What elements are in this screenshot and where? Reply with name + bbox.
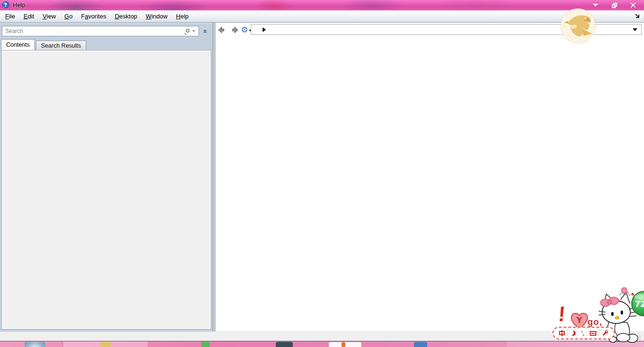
taskbar-icon-green[interactable] [201, 342, 210, 347]
start-orb[interactable] [25, 342, 45, 347]
double-chevron-up-icon: « [202, 29, 209, 33]
gear-icon: ⚙ [241, 26, 248, 34]
boost-ball-value: 72 [635, 299, 644, 309]
search-icon[interactable] [184, 28, 190, 34]
help-window: ? Help File Edit View Go Favorites Deskt… [0, 0, 644, 347]
menu-favorites[interactable]: Favorites [77, 11, 110, 22]
svg-text:?: ? [4, 2, 7, 8]
menubar: File Edit View Go Favorites Desktop Wind… [0, 10, 644, 23]
punctuation-icon[interactable]: ’, [578, 328, 585, 339]
search-input[interactable] [2, 26, 184, 36]
menu-view[interactable]: View [38, 11, 60, 22]
contents-tree[interactable] [1, 50, 211, 330]
window-title: Help [13, 1, 25, 8]
vip-badge[interactable]: VIP [558, 6, 598, 45]
chinese-mode-icon[interactable] [558, 328, 566, 339]
search-field[interactable] [2, 26, 199, 36]
menu-window[interactable]: Window [141, 11, 172, 22]
taskbar-active-window-flame [341, 342, 346, 347]
taskbar[interactable] [0, 341, 644, 347]
ime-skin-text: go, [587, 317, 603, 327]
menu-file[interactable]: File [1, 11, 19, 22]
ime-toolbar[interactable]: ’, [553, 327, 615, 339]
vip-label: VIP [567, 24, 577, 30]
tab-search-results[interactable]: Search Results [36, 41, 86, 50]
svg-text:Y: Y [576, 315, 583, 325]
taskbar-icon-folder[interactable] [100, 342, 111, 347]
keyboard-icon[interactable] [586, 328, 597, 339]
taskbar-icon-globe[interactable] [414, 342, 427, 347]
tab-contents[interactable]: Contents [1, 39, 35, 50]
help-content-view[interactable] [215, 37, 644, 331]
back-arrow-icon[interactable] [217, 25, 227, 34]
help-app-icon: ? [2, 1, 9, 8]
navigation-panel: « Contents Search Results [0, 23, 213, 331]
restore-icon[interactable] [610, 1, 619, 9]
collapse-panel-button[interactable]: « [201, 27, 210, 35]
menu-go[interactable]: Go [60, 11, 77, 22]
fullwidth-moon-icon[interactable] [567, 328, 577, 339]
wrench-icon[interactable] [599, 328, 609, 339]
boost-ball[interactable]: 72 [630, 290, 644, 318]
menu-help[interactable]: Help [172, 11, 193, 22]
content-panel: ⚙ [215, 23, 644, 331]
window-controls [591, 0, 637, 10]
forward-arrow-icon[interactable] [229, 25, 239, 34]
menu-desktop[interactable]: Desktop [110, 11, 141, 22]
page-settings-button[interactable]: ⚙ [241, 26, 252, 34]
titlebar-left: ? Help [2, 1, 25, 8]
main-area: « Contents Search Results [0, 23, 644, 331]
chevron-down-icon[interactable] [633, 28, 637, 31]
navigator-tabs: Contents Search Results [1, 39, 86, 50]
collapsed-node-icon [263, 27, 266, 32]
close-icon[interactable] [629, 1, 637, 9]
chevron-down-icon[interactable] [192, 30, 196, 32]
statusbar [0, 331, 644, 341]
titlebar[interactable]: ? Help [0, 0, 644, 10]
menu-edit[interactable]: Edit [19, 11, 38, 22]
taskbar-icon-dark[interactable] [276, 342, 293, 347]
detach-arrow-icon[interactable] [634, 13, 641, 20]
